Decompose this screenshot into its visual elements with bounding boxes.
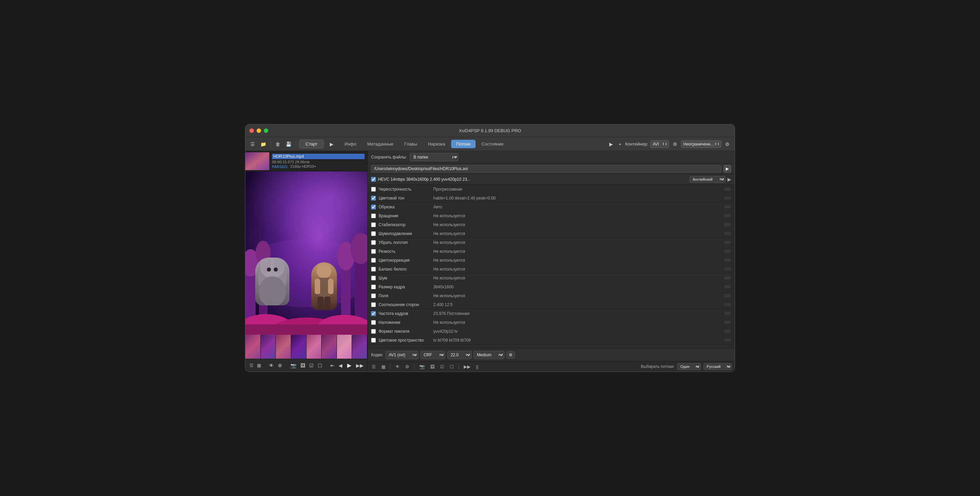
lang-select[interactable]: Русский English: [703, 363, 732, 370]
browse-folder-btn[interactable]: ▶: [723, 165, 731, 173]
container-select[interactable]: AVI MKV MP4: [650, 140, 669, 148]
filter-settings-btn-2[interactable]: ☰☰☰: [723, 205, 731, 209]
filter-check-4[interactable]: [371, 223, 376, 227]
export-btn-1[interactable]: 📷: [289, 362, 298, 369]
arrow-left-btn[interactable]: ⇤: [329, 362, 336, 369]
filter-settings-btn-4[interactable]: ☰☰☰: [723, 223, 731, 227]
tab-cut[interactable]: Нарезка: [423, 140, 450, 148]
preview-eye-btn[interactable]: 👁: [267, 362, 275, 369]
bottom-list-btn[interactable]: ▦: [380, 364, 387, 370]
export-btn-4[interactable]: ☐: [316, 362, 324, 369]
filter-check-3[interactable]: [371, 213, 376, 218]
maximize-button[interactable]: [264, 129, 268, 133]
preset-select[interactable]: Medium Fast Slow: [474, 351, 504, 359]
filter-check-13[interactable]: [371, 302, 376, 307]
filter-settings-btn-6[interactable]: ☰☰☰: [723, 240, 731, 245]
film-frame-3[interactable]: [276, 335, 291, 359]
filter-check-16[interactable]: [371, 329, 376, 334]
mode-select[interactable]: CRF CBR VBR: [420, 351, 445, 359]
bottom-uncheck-btn[interactable]: ☐: [448, 364, 455, 370]
filter-settings-btn-12[interactable]: ☰☰☰: [723, 294, 731, 298]
open-folder-btn[interactable]: 📁: [259, 140, 268, 148]
filter-settings-btn-9[interactable]: ☰☰☰: [723, 267, 731, 271]
tab-status[interactable]: Состояние: [476, 140, 509, 148]
start-button[interactable]: Старт: [299, 140, 324, 148]
bottom-frame-btn[interactable]: 🖼: [429, 364, 436, 370]
filter-check-10[interactable]: [371, 276, 376, 280]
filter-settings-btn-8[interactable]: ☰☰☰: [723, 258, 731, 262]
filter-check-1[interactable]: [371, 196, 376, 200]
codec-select[interactable]: AV1 (svt) H.264 H.265: [385, 351, 418, 359]
film-frame-4[interactable]: [291, 335, 307, 359]
minimize-button[interactable]: [257, 129, 261, 133]
filter-settings-btn-11[interactable]: ☰☰☰: [723, 285, 731, 289]
streams-num-select[interactable]: Один Все: [677, 363, 701, 370]
delete-btn[interactable]: 🗑: [274, 140, 282, 148]
filter-check-11[interactable]: [371, 285, 376, 289]
quality-select[interactable]: 22.0: [447, 351, 471, 359]
save-select[interactable]: В папке Рядом с файлом: [410, 153, 458, 161]
filter-check-5[interactable]: [371, 231, 376, 236]
filter-settings-btn-10[interactable]: ☰☰☰: [723, 276, 731, 280]
film-frame-5[interactable]: [307, 335, 322, 359]
filter-check-2[interactable]: [371, 205, 376, 210]
export-btn-3[interactable]: ☑: [307, 362, 315, 369]
filter-settings-btn-1[interactable]: ☰☰☰: [723, 196, 731, 200]
tab-chapters[interactable]: Главы: [399, 140, 422, 148]
filter-settings-btn-3[interactable]: ☰☰☰: [723, 214, 731, 218]
bottom-photo-btn[interactable]: 📷: [418, 364, 426, 370]
filter-check-6[interactable]: [371, 240, 376, 245]
tab-streams[interactable]: Потоки: [451, 140, 476, 148]
view-grid-btn[interactable]: ☰: [248, 362, 255, 369]
film-frame-2[interactable]: [261, 335, 276, 359]
frame-back-btn[interactable]: ◀: [337, 362, 344, 369]
filter-settings-btn-16[interactable]: ☰☰☰: [723, 329, 731, 334]
tab-info[interactable]: Инфо: [339, 140, 361, 148]
filter-check-12[interactable]: [371, 293, 376, 298]
frame-forward-btn[interactable]: ▶▶: [354, 362, 365, 369]
filter-check-15[interactable]: [371, 320, 376, 325]
filter-check-8[interactable]: [371, 258, 376, 263]
filter-check-9[interactable]: [371, 267, 376, 272]
stream-settings-btn[interactable]: ▶: [727, 176, 731, 182]
add-stream-btn[interactable]: +: [617, 140, 623, 148]
bottom-eye-btn[interactable]: 👁: [394, 364, 401, 370]
filter-settings-btn-14[interactable]: ☰☰☰: [723, 312, 731, 316]
bottom-concat-btn[interactable]: ▶▶: [462, 364, 472, 370]
filter-check-0[interactable]: [371, 187, 376, 192]
filter-settings-btn-7[interactable]: ☰☰☰: [723, 250, 731, 253]
filter-check-7[interactable]: [371, 249, 376, 254]
filter-check-14[interactable]: [371, 311, 376, 316]
film-frame-1[interactable]: [245, 335, 261, 359]
file-name[interactable]: HDR10Plus.mp4: [272, 154, 364, 159]
filter-settings-btn-5[interactable]: ☰☰☰: [723, 232, 731, 236]
stream-lang-select[interactable]: Английский: [690, 176, 725, 183]
stream-checkbox[interactable]: [371, 177, 376, 182]
tab-metadata[interactable]: Метаданные: [362, 140, 399, 148]
filter-settings-btn-17[interactable]: ☰☰☰: [723, 338, 731, 342]
save-btn[interactable]: 💾: [284, 140, 293, 148]
close-button[interactable]: [250, 129, 254, 133]
limit-settings-btn[interactable]: ⚙: [723, 140, 731, 148]
limit-select[interactable]: Неограниченн...: [681, 140, 721, 148]
play-button[interactable]: ▶: [345, 361, 353, 370]
bottom-check-btn[interactable]: ☑: [439, 364, 445, 370]
codec-settings-btn[interactable]: ⚙: [506, 351, 515, 359]
bottom-grid-btn[interactable]: ☰: [371, 364, 377, 370]
film-frame-6[interactable]: [321, 335, 337, 359]
filter-settings-btn-0[interactable]: ☰☰☰: [723, 187, 731, 191]
file-path-input[interactable]: [371, 165, 721, 173]
filter-settings-btn-15[interactable]: ☰☰☰: [723, 320, 731, 324]
preview-btn[interactable]: ▶: [328, 140, 335, 148]
bottom-gear-btn[interactable]: ⚙: [404, 364, 411, 370]
filter-settings-btn-13[interactable]: ☰☰☰: [723, 303, 731, 307]
bottom-split-btn[interactable]: ||: [475, 364, 480, 370]
film-frame-7[interactable]: [337, 335, 352, 359]
filter-check-17[interactable]: [371, 338, 376, 343]
container-settings-btn[interactable]: ⚙: [671, 140, 679, 148]
preview-toggle-btn[interactable]: ▶: [608, 140, 615, 148]
export-btn-2[interactable]: 🖼: [299, 362, 307, 369]
settings-gear-btn[interactable]: ⚙: [276, 362, 284, 369]
list-view-btn[interactable]: ☰: [249, 140, 257, 148]
film-frame-8[interactable]: [352, 335, 368, 359]
